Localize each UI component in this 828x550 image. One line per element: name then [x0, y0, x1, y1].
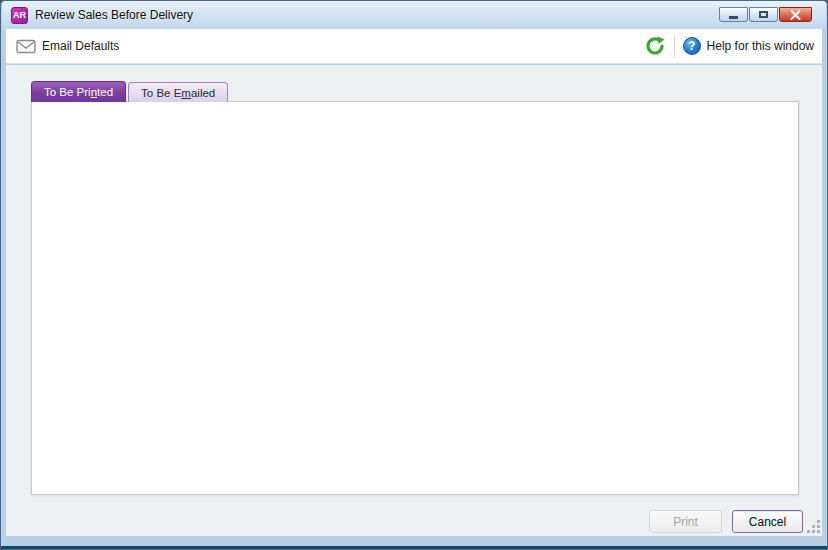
cancel-button[interactable]: Cancel	[732, 510, 803, 533]
email-defaults-button[interactable]: Email Defaults	[16, 38, 119, 54]
tab-to-be-printed[interactable]: To Be Printed	[31, 81, 126, 102]
app-icon: AR	[11, 7, 28, 24]
title-bar[interactable]: AR Review Sales Before Delivery	[2, 1, 826, 29]
toolbar-divider	[674, 35, 675, 57]
window-title: Review Sales Before Delivery	[35, 8, 193, 22]
maximize-button[interactable]	[749, 7, 778, 22]
minimize-icon	[729, 16, 738, 19]
print-button[interactable]: Print	[649, 510, 722, 533]
window-bottom-edge	[1, 546, 827, 549]
tab-bar: To Be Printed To Be Emailed	[31, 82, 228, 102]
maximize-icon	[759, 11, 768, 18]
refresh-button[interactable]	[644, 35, 666, 57]
close-icon	[790, 9, 801, 20]
email-defaults-label: Email Defaults	[42, 39, 119, 53]
envelope-icon	[16, 38, 36, 54]
help-icon: ?	[683, 37, 701, 55]
minimize-button[interactable]	[719, 7, 748, 22]
tab-to-be-emailed[interactable]: To Be Emailed	[128, 82, 228, 102]
help-button[interactable]: ? Help for this window	[683, 37, 814, 55]
dialog-window: AR Review Sales Before Delivery Email De…	[0, 0, 828, 550]
close-button[interactable]	[779, 7, 812, 22]
resize-grip[interactable]	[809, 522, 820, 533]
content-panel	[31, 101, 799, 495]
help-label: Help for this window	[707, 39, 814, 53]
toolbar: Email Defaults ? Help for this window	[6, 29, 822, 64]
